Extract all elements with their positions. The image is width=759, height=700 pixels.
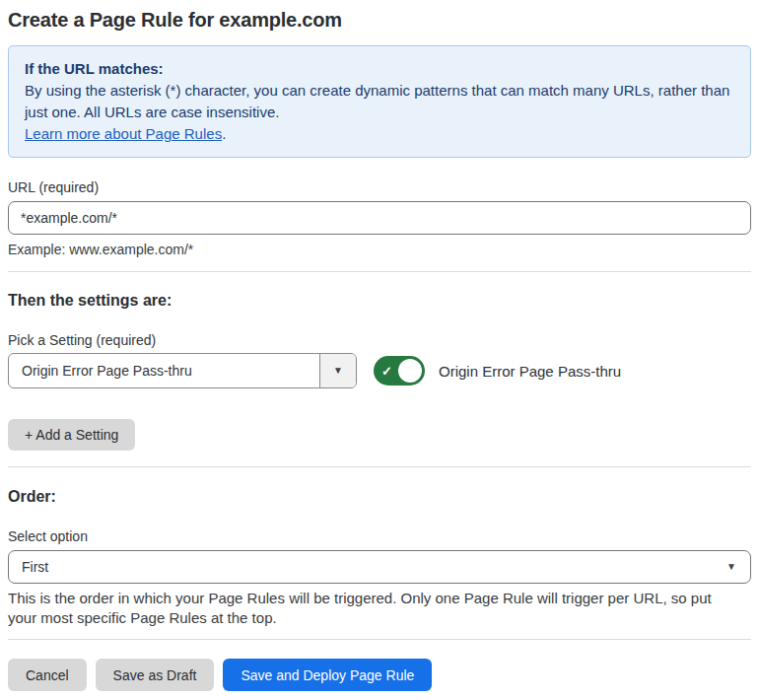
add-setting-button[interactable]: + Add a Setting	[8, 419, 135, 451]
divider	[8, 271, 751, 272]
info-box-body: By using the asterisk (*) character, you…	[25, 80, 734, 123]
order-select[interactable]: First ▼	[8, 550, 751, 584]
check-icon: ✓	[381, 364, 392, 379]
setting-toggle-label: Origin Error Page Pass-thru	[439, 363, 621, 380]
pick-setting-label: Pick a Setting (required)	[8, 331, 751, 349]
save-deploy-button[interactable]: Save and Deploy Page Rule	[223, 659, 432, 691]
footer-actions: Cancel Save as Draft Save and Deploy Pag…	[8, 659, 751, 691]
page-title: Create a Page Rule for example.com	[8, 9, 751, 32]
url-field-label: URL (required)	[8, 178, 751, 196]
create-page-rule-form: Create a Page Rule for example.com If th…	[0, 0, 759, 700]
setting-dropdown-arrow-button[interactable]: ▼	[319, 354, 356, 387]
setting-dropdown-value: Origin Error Page Pass-thru	[9, 354, 319, 387]
setting-dropdown[interactable]: Origin Error Page Pass-thru ▼	[8, 353, 357, 388]
learn-more-link[interactable]: Learn more about Page Rules	[25, 125, 222, 142]
save-draft-button[interactable]: Save as Draft	[96, 659, 215, 691]
order-help-text: This is the order in which your Page Rul…	[8, 589, 741, 628]
cancel-button[interactable]: Cancel	[8, 659, 87, 691]
divider	[8, 639, 751, 640]
url-input[interactable]	[8, 201, 751, 235]
link-suffix: .	[222, 125, 226, 142]
order-section-heading: Order:	[8, 487, 751, 506]
url-example-hint: Example: www.example.com/*	[8, 241, 751, 258]
divider	[8, 466, 751, 467]
order-select-value: First	[22, 559, 48, 575]
url-match-info-box: If the URL matches: By using the asteris…	[8, 45, 751, 158]
chevron-down-icon: ▼	[333, 366, 343, 376]
settings-section-heading: Then the settings are:	[8, 291, 751, 310]
setting-row: Origin Error Page Pass-thru ▼ ✓ Origin E…	[8, 353, 751, 388]
setting-toggle[interactable]: ✓	[374, 356, 425, 385]
toggle-knob	[398, 359, 422, 383]
chevron-down-icon: ▼	[726, 562, 736, 572]
info-box-link-row: Learn more about Page Rules.	[25, 123, 734, 145]
info-box-heading: If the URL matches:	[25, 58, 734, 80]
order-select-label: Select option	[8, 527, 751, 545]
